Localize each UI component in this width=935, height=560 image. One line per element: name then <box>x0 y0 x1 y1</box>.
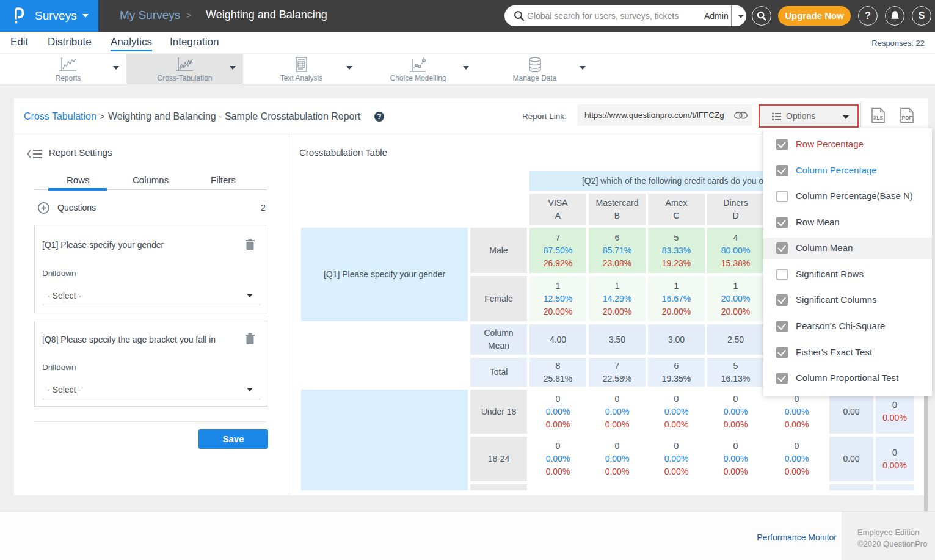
svg-text:PDF: PDF <box>902 115 912 121</box>
svg-text:XLS: XLS <box>873 115 884 121</box>
